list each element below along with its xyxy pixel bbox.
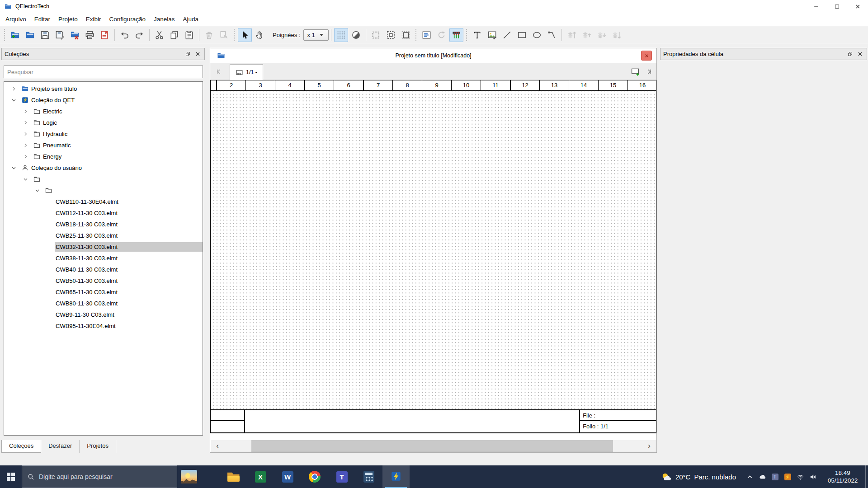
minimize-button[interactable] (806, 0, 826, 13)
menu-editar[interactable]: Editar (30, 13, 54, 26)
contrast-button[interactable] (349, 28, 363, 42)
tree-item-cwb50-11-30-c03-elmt[interactable]: CWB50-11-30 C03.elmt (4, 275, 203, 286)
show-desktop-button[interactable] (865, 465, 868, 488)
add-rectangle-button[interactable] (515, 28, 529, 42)
tree-item-cwb12-11-30-c03-elmt[interactable]: CWB12-11-30 C03.elmt (4, 207, 203, 219)
tree-item-folder[interactable] (4, 185, 203, 196)
add-polyline-button[interactable] (545, 28, 559, 42)
tree-item-electric[interactable]: Electric (4, 106, 203, 117)
teams-status-tray-button[interactable]: T (769, 465, 781, 488)
pan-mode-button[interactable] (253, 28, 267, 42)
export-pdf-button[interactable] (98, 28, 112, 42)
expand-icon[interactable] (19, 119, 31, 127)
tab-colecoes[interactable]: Coleções (1, 440, 41, 453)
invert-selection-button[interactable] (399, 28, 413, 42)
tree-item-cwb25-11-30-c03-elmt[interactable]: CWB25-11-30 C03.elmt (4, 230, 203, 241)
deselect-all-button[interactable] (384, 28, 398, 42)
print-button[interactable] (83, 28, 97, 42)
taskbar-search[interactable] (22, 465, 177, 488)
tree-item-cwb9-11-30-c03-elmt[interactable]: CWB9-11-30 C03.elmt (4, 309, 203, 320)
paste-button[interactable] (182, 28, 196, 42)
wifi-tray-button[interactable] (794, 465, 807, 488)
excel-taskbar-button[interactable]: X (247, 465, 274, 488)
teams-taskbar-button[interactable]: T (328, 465, 355, 488)
expand-icon[interactable] (8, 85, 19, 93)
tab-desfazer[interactable]: Desfazer (41, 440, 80, 453)
tree-item-pneumatic[interactable]: Pneumatic (4, 140, 203, 151)
project-close-button[interactable] (641, 51, 652, 61)
tree-item-cwb18-11-30-c03-elmt[interactable]: CWB18-11-30 C03.elmt (4, 219, 203, 230)
menu-configuracao[interactable]: Configuração (105, 13, 150, 26)
explorer-taskbar-button[interactable] (220, 465, 247, 488)
save-as-button[interactable] (53, 28, 67, 42)
collapse-icon[interactable] (8, 164, 19, 172)
add-image-button[interactable] (485, 28, 499, 42)
new-project-button[interactable] (8, 28, 22, 42)
menu-arquivo[interactable]: Arquivo (1, 13, 30, 26)
menu-projeto[interactable]: Projeto (54, 13, 82, 26)
float-panel-button[interactable] (846, 50, 854, 58)
add-line-button[interactable] (500, 28, 514, 42)
add-ellipse-button[interactable] (530, 28, 544, 42)
word-taskbar-button[interactable]: W (274, 465, 301, 488)
tree-item-logic[interactable]: Logic (4, 117, 203, 128)
expand-icon[interactable] (19, 141, 31, 150)
delete-button[interactable] (202, 28, 216, 42)
float-panel-button[interactable] (184, 50, 192, 58)
scroll-left-button[interactable]: ‹ (211, 440, 224, 452)
taskbar-clock[interactable]: 18:49 05/11/2022 (823, 469, 863, 484)
raise-button[interactable] (580, 28, 594, 42)
toolbar-drag-handle[interactable] (234, 29, 235, 41)
tree-item-colecao-do-usuario[interactable]: Coleção do usuário (4, 162, 203, 174)
news-interests-button[interactable] (177, 465, 201, 488)
menu-exibir[interactable]: Exibir (82, 13, 105, 26)
tree-item-cwb80-11-30-c03-elmt[interactable]: CWB80-11-30 C03.elmt (4, 298, 203, 309)
tree-item-cwb32-11-30-c03-elmt[interactable]: CWB32-11-30 C03.elmt (4, 241, 203, 253)
tree-item-colecao-do-qet[interactable]: Coleção do QET (4, 94, 203, 106)
first-folio-button[interactable] (212, 65, 225, 78)
collections-search-input[interactable] (4, 66, 203, 78)
menu-janelas[interactable]: Janelas (150, 13, 179, 26)
close-panel-button[interactable] (856, 50, 864, 58)
menu-ajuda[interactable]: Ajuda (179, 13, 203, 26)
calculator-taskbar-button[interactable] (355, 465, 382, 488)
collapse-icon[interactable] (19, 175, 31, 183)
select-all-button[interactable] (369, 28, 383, 42)
tree-item-projeto-sem-titulo[interactable]: Projeto sem título (4, 83, 203, 94)
bring-to-front-button[interactable] (565, 28, 579, 42)
lower-button[interactable] (594, 28, 609, 42)
expand-icon[interactable] (19, 130, 31, 138)
folio-properties-button[interactable] (420, 28, 434, 42)
close-panel-button[interactable] (193, 50, 202, 58)
scroll-right-button[interactable]: › (642, 440, 656, 452)
hidden-icons-tray-button[interactable] (743, 465, 756, 488)
toolbar-drag-handle[interactable] (466, 29, 467, 41)
volume-tray-button[interactable] (807, 465, 819, 488)
drawing-area[interactable] (211, 91, 656, 409)
handles-count-select[interactable]: x 1 (303, 29, 329, 41)
toolbar-drag-handle[interactable] (415, 29, 416, 41)
close-button[interactable] (847, 0, 868, 13)
rotate-button[interactable] (434, 28, 448, 42)
tree-item-cwb38-11-30-c03-elmt[interactable]: CWB38-11-30 C03.elmt (4, 253, 203, 264)
tree-item-cwb95-11-30e04-elmt[interactable]: CWB95-11-30E04.elmt (4, 320, 203, 332)
onedrive-tray-button[interactable] (756, 465, 769, 488)
start-button[interactable] (0, 465, 22, 488)
collapse-icon[interactable] (8, 96, 19, 104)
add-folio-button[interactable] (628, 65, 642, 78)
close-project-button[interactable] (68, 28, 82, 42)
send-to-back-button[interactable] (609, 28, 623, 42)
weather-widget[interactable]: 20°C Parc. nublado (660, 471, 736, 483)
open-project-button[interactable] (23, 28, 37, 42)
select-mode-button[interactable] (238, 28, 252, 42)
tree-item-energy[interactable]: Energy (4, 151, 203, 162)
tree-item-cwb40-11-30-c03-elmt[interactable]: CWB40-11-30 C03.elmt (4, 264, 203, 275)
chrome-taskbar-button[interactable] (301, 465, 328, 488)
collapse-icon[interactable] (31, 187, 43, 195)
duplicate-button[interactable] (217, 28, 231, 42)
tree-item-cwb110-11-30e04-elmt[interactable]: CWB110-11-30E04.elmt (4, 196, 203, 207)
expand-icon[interactable] (19, 108, 31, 116)
expand-icon[interactable] (19, 153, 31, 161)
scrollbar-thumb[interactable] (251, 440, 613, 452)
tree-item-folder[interactable] (4, 174, 203, 185)
